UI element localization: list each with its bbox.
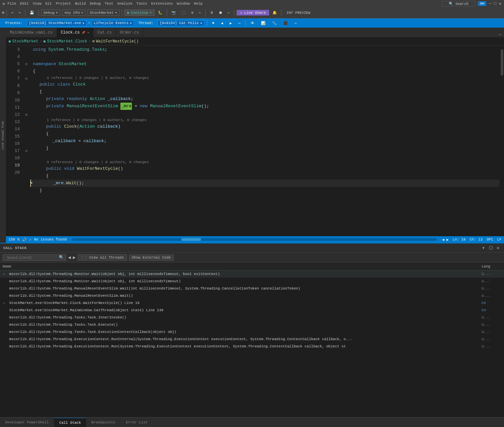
view-all-threads-btn[interactable]: ⋮⋮ View all Threads bbox=[78, 254, 127, 261]
horizontal-scrollbar[interactable] bbox=[72, 238, 437, 241]
continue-dropdown[interactable]: ▾ bbox=[150, 11, 152, 15]
tab-cat[interactable]: Cat.cs bbox=[93, 28, 116, 37]
menu-help[interactable]: Help bbox=[194, 2, 202, 6]
menu-build[interactable]: Build bbox=[75, 2, 86, 6]
menu-project[interactable]: Project bbox=[56, 2, 71, 6]
cs-row-7[interactable]: mscorlib.dll!System.Threading.Tasks.Task… bbox=[0, 321, 504, 328]
thread-dropdown[interactable]: [0x8164] Cat Felix ▾ bbox=[157, 20, 204, 26]
ln-12: 12 bbox=[9, 111, 20, 118]
live-share-button[interactable]: ↗ Live Share bbox=[237, 10, 269, 15]
debug-watch[interactable]: 👁 bbox=[248, 20, 257, 26]
tab-mainwindow[interactable]: MainWindow.xaml.cs bbox=[6, 28, 57, 37]
debug-btn-fwd[interactable]: ▶ bbox=[227, 20, 235, 26]
maximize-btn[interactable]: □ bbox=[494, 1, 496, 6]
debug-bp[interactable]: ⬛ bbox=[281, 20, 290, 26]
menu-view[interactable]: View bbox=[33, 2, 41, 6]
project-dropdown[interactable]: StockMarket ▾ bbox=[88, 10, 119, 16]
toolbar-icon6[interactable]: ⏸ bbox=[208, 10, 215, 15]
scrollbar-thumb[interactable] bbox=[501, 49, 503, 76]
cs-row-5[interactable]: StockMarket.exe!StockMarket.MainWindow.C… bbox=[0, 307, 504, 314]
code-line-9: private readonly Action _callback; bbox=[30, 95, 499, 103]
collapse-class[interactable]: ⊟ bbox=[22, 75, 30, 82]
nav-fwd-btn[interactable]: ▶ bbox=[73, 255, 75, 260]
toolbar-icon7[interactable]: ⏹ bbox=[217, 10, 224, 15]
close-btn[interactable]: ✕ bbox=[499, 1, 501, 6]
tab-bar: MainWindow.xaml.cs Clock.cs 📌 ✕ Cat.cs O… bbox=[6, 28, 504, 38]
menu-tools[interactable]: Tools bbox=[137, 2, 147, 6]
debug-btn-more[interactable]: ⋯ bbox=[236, 20, 243, 26]
sep8 bbox=[281, 10, 282, 16]
menu-git[interactable]: Git bbox=[45, 2, 52, 6]
main-container: Live Visual Tree MainWindow.xaml.cs Cloc… bbox=[0, 28, 504, 427]
tab-overflow[interactable]: ⋯ bbox=[496, 32, 504, 37]
cs-row-0[interactable]: → mscorlib.dll!System.Threading.Monitor.… bbox=[0, 270, 504, 278]
breadcrumb-class[interactable]: StockMarket.Clock bbox=[47, 39, 87, 44]
bottom-tab-bar: Developer PowerShell Call Stack Breakpoi… bbox=[0, 417, 504, 427]
h-scrollbar-thumb[interactable] bbox=[181, 238, 201, 241]
continue-button[interactable]: ▶ Continue ▾ bbox=[124, 10, 155, 16]
debug-reg[interactable]: 🔧 bbox=[269, 20, 279, 26]
vertical-scrollbar[interactable] bbox=[499, 45, 504, 236]
tab-breakpoints[interactable]: Breakpoints bbox=[86, 418, 121, 427]
panel-expand-btn[interactable]: ⬡ bbox=[488, 244, 494, 251]
call-stack-search[interactable] bbox=[5, 255, 58, 260]
breadcrumb-project[interactable]: StockMarket bbox=[12, 39, 38, 44]
cs-row-3[interactable]: mscorlib.dll!System.Threading.ManualRese… bbox=[0, 292, 504, 299]
redo-btn[interactable]: ↪ bbox=[17, 10, 23, 15]
menu-test[interactable]: Test bbox=[105, 2, 113, 6]
platform-dropdown[interactable]: Any CPU ▾ bbox=[62, 10, 86, 16]
tab-clock-pin[interactable]: 📌 bbox=[82, 31, 85, 35]
cs-row-6[interactable]: mscorlib.dll!System.Threading.Tasks.Task… bbox=[0, 314, 504, 321]
menu-extensions[interactable]: Extensions bbox=[151, 2, 173, 6]
tab-error-list[interactable]: Error List bbox=[121, 418, 153, 427]
show-external-code-btn[interactable]: Show External Code bbox=[129, 255, 174, 261]
collapse-ns[interactable]: ⊟ bbox=[22, 61, 30, 68]
panel-minimize-btn[interactable]: ▾ bbox=[481, 244, 486, 251]
search-box[interactable]: 🔍 Search bbox=[442, 1, 475, 7]
tab-call-stack[interactable]: Call Stack bbox=[54, 418, 86, 427]
cs-row-8[interactable]: mscorlib.dll!System.Threading.Tasks.Task… bbox=[0, 328, 504, 336]
minimize-btn[interactable]: ─ bbox=[489, 1, 491, 6]
debug-sep1 bbox=[207, 20, 207, 26]
menu-file[interactable]: File bbox=[8, 2, 16, 6]
debug-config-dropdown[interactable]: Debug ▾ bbox=[41, 10, 60, 16]
tab-developer-powershell[interactable]: Developer PowerShell bbox=[0, 418, 54, 427]
cs-row-4[interactable]: → StockMarket.exe!StockMarket.Clock.Wait… bbox=[0, 299, 504, 307]
menu-analyze[interactable]: Analyze bbox=[117, 2, 132, 6]
undo-btn[interactable]: ↩ bbox=[9, 10, 15, 15]
toolbar-icon3[interactable]: ⬛ bbox=[179, 10, 188, 15]
menu-debug[interactable]: Debug bbox=[90, 2, 101, 6]
debug-btn-flag[interactable]: ⚑ bbox=[210, 20, 217, 26]
toolbar-icon5[interactable]: ⋯ bbox=[197, 10, 203, 15]
toolbar-icon4[interactable]: ⚙ bbox=[189, 10, 195, 15]
debug-btn-back[interactable]: ◀ bbox=[218, 20, 226, 26]
menu-edit[interactable]: Edit bbox=[20, 2, 29, 6]
editor-section: Live Visual Tree MainWindow.xaml.cs Cloc… bbox=[0, 28, 504, 243]
menu-window[interactable]: Window bbox=[177, 2, 190, 6]
collapse-ctor[interactable]: ⊟ bbox=[22, 111, 30, 118]
debug-mem[interactable]: 📊 bbox=[258, 20, 268, 26]
debug-more2[interactable]: ⋯ bbox=[292, 20, 299, 26]
nav-back-btn[interactable]: ◀ bbox=[68, 255, 71, 260]
cs-row-9[interactable]: mscorlib.dll!System.Threading.ExecutionC… bbox=[0, 336, 504, 343]
lifecycle-dropdown[interactable]: Lifecycle Events ▾ bbox=[91, 20, 134, 26]
code-text[interactable]: using System.Threading.Tasks; namespace … bbox=[30, 45, 499, 236]
tab-clock-close[interactable]: ✕ bbox=[87, 31, 89, 35]
breadcrumb-method[interactable]: WaitForNextCycle() bbox=[96, 39, 139, 44]
zoom-level[interactable]: 150 % bbox=[9, 238, 19, 241]
cs-row-10[interactable]: mscorlib.dll!System.Threading.ExecutionC… bbox=[0, 343, 504, 350]
process-dropdown[interactable]: [0x9110] StockMarket.exe ▾ bbox=[27, 20, 87, 26]
collapse-method[interactable]: ⊟ bbox=[22, 147, 30, 155]
tab-clock[interactable]: Clock.cs 📌 ✕ bbox=[57, 28, 94, 37]
breadcrumb-sep1: › bbox=[39, 39, 42, 44]
cs-row-1[interactable]: mscorlib.dll!System.Threading.Monitor.Wa… bbox=[0, 278, 504, 285]
save-btn[interactable]: 💾 bbox=[28, 10, 36, 15]
toolbar-icon9[interactable]: 🔔 bbox=[270, 10, 279, 15]
tab-order[interactable]: Order.cs bbox=[116, 28, 143, 37]
panel-close-btn[interactable]: ✕ bbox=[495, 244, 501, 251]
toolbar-icon8[interactable]: ⋯ bbox=[226, 10, 232, 15]
cs-row-2[interactable]: mscorlib.dll!System.Threading.ManualRese… bbox=[0, 285, 504, 292]
toolbar-icon2[interactable]: 📷 bbox=[169, 10, 178, 15]
debug-icon[interactable]: 🐛 bbox=[156, 10, 164, 15]
toolbar-icon1[interactable]: ⚙ bbox=[2, 10, 4, 15]
